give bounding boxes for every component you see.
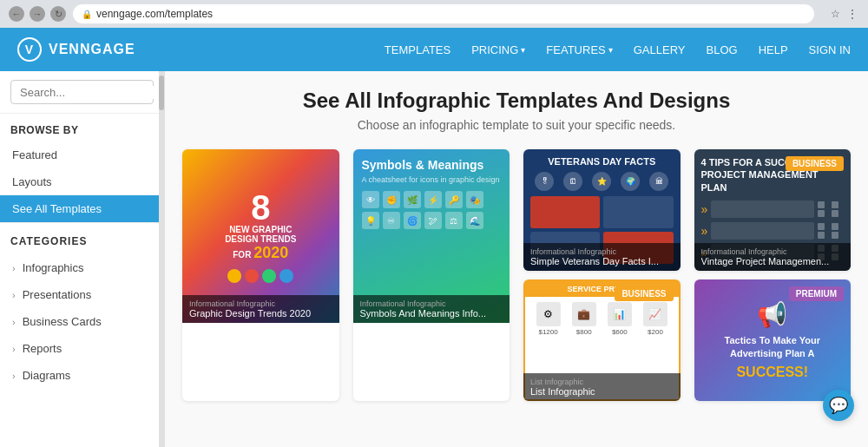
chevron-right-icon: › [12, 371, 16, 381]
template-card[interactable]: PREMIUM 📢 Tactics To Make YourAdvertisin… [694, 279, 852, 401]
template-thumbnail: BUSINESS 4 TIPS FOR A SUCCESSFUL PROJECT… [694, 149, 852, 271]
card-type: Informational Infographic [701, 247, 845, 256]
nav-pricing[interactable]: PRICING▾ [471, 43, 525, 56]
card-type: Informational Infographic [530, 247, 674, 256]
card-title: Graphic Design Trends 2020 [189, 308, 332, 319]
sidebar-item-see-all-templates[interactable]: See All Templates [0, 195, 164, 222]
url-text: venngage.com/templates [96, 8, 213, 20]
sidebar-item-diagrams[interactable]: › Diagrams [0, 362, 164, 389]
chevron-right-icon: › [12, 290, 16, 300]
card-label: Informational Infographic Graphic Design… [182, 295, 339, 323]
browser-toolbar-icons: ☆ ⋮ [828, 7, 859, 21]
star-icon[interactable]: ☆ [828, 7, 842, 21]
logo-icon: V [17, 37, 42, 62]
template-card[interactable]: VETERANS DAY FACTS 🎖🗓⭐ 🌍🏛 [523, 149, 681, 271]
logo-text: VENNGAGE [49, 42, 135, 57]
template-grid: 8 NEW GRAPHICDESIGN TRENDSFOR 2020 Infor… [182, 149, 851, 401]
sidebar-item-presentations[interactable]: › Presentations [0, 281, 164, 308]
nav-help[interactable]: HELP [759, 43, 788, 56]
card-title: Simple Veterans Day Facts I... [530, 256, 674, 266]
chevron-right-icon: › [12, 263, 16, 273]
main-layout: 🔍 BROWSE BY Featured Layouts See All Tem… [0, 71, 868, 447]
sidebar-item-infographics[interactable]: › Infographics [0, 254, 164, 281]
template-card[interactable]: 8 NEW GRAPHICDESIGN TRENDSFOR 2020 Infor… [182, 149, 339, 401]
logo-area[interactable]: V VENNGAGE [17, 37, 135, 62]
address-bar[interactable]: 🔒 venngage.com/templates [73, 4, 814, 23]
browse-by-label: BROWSE BY [0, 114, 164, 141]
nav-links: TEMPLATES PRICING▾ FEATURES▾ GALLERY BLO… [385, 43, 851, 56]
card-label: List Infographic List Infographic [523, 373, 681, 401]
premium-badge: PREMIUM [789, 286, 844, 301]
nav-blog[interactable]: BLOG [707, 43, 738, 56]
template-thumbnail: Symbols & Meanings A cheatsheet for icon… [353, 149, 510, 323]
card-type: List Infographic [530, 378, 674, 386]
sidebar-item-layouts[interactable]: Layouts [0, 168, 164, 195]
back-button[interactable]: ← [9, 6, 24, 22]
card-type: Informational Infographic [189, 299, 332, 308]
refresh-button[interactable]: ↻ [50, 6, 66, 22]
card-title: Symbols And Meanings Info... [360, 308, 503, 319]
sidebar-item-business-cards[interactable]: › Business Cards [0, 308, 164, 335]
business-badge: BUSINESS [615, 286, 673, 301]
chevron-right-icon: › [12, 344, 16, 354]
template-card[interactable]: BUSINESS SERVICE PRICING ⚙ $1200 [523, 279, 681, 401]
card-title: List Infographic [530, 386, 674, 397]
search-box: 🔍 [10, 80, 154, 104]
card-type: Informational Infographic [360, 299, 503, 308]
page-subtitle: Choose an infographic template to suit y… [182, 118, 851, 132]
card-label: Informational Infographic Vintage Projec… [694, 243, 852, 271]
menu-icon[interactable]: ⋮ [845, 7, 859, 21]
scrollbar-thumb [159, 76, 164, 110]
categories-label: CATEGORIES [0, 222, 164, 254]
nav-features[interactable]: FEATURES▾ [546, 43, 612, 56]
card-label: Informational Infographic Symbols And Me… [353, 295, 510, 323]
lock-icon: 🔒 [82, 10, 92, 19]
nav-gallery[interactable]: GALLERY [634, 43, 686, 56]
browser-navigation: ← → ↻ [9, 6, 66, 22]
template-thumbnail: BUSINESS SERVICE PRICING ⚙ $1200 [523, 279, 681, 401]
nav-signin[interactable]: SIGN IN [809, 43, 851, 56]
template-card[interactable]: Symbols & Meanings A cheatsheet for icon… [353, 149, 510, 401]
template-card[interactable]: BUSINESS 4 TIPS FOR A SUCCESSFUL PROJECT… [694, 149, 852, 271]
sidebar: 🔍 BROWSE BY Featured Layouts See All Tem… [0, 71, 165, 447]
sidebar-scrollbar [159, 71, 164, 447]
browser-chrome: ← → ↻ 🔒 venngage.com/templates ☆ ⋮ [0, 0, 868, 28]
chat-bubble[interactable]: 💬 [823, 390, 854, 421]
sidebar-item-reports[interactable]: › Reports [0, 335, 164, 362]
chevron-right-icon: › [12, 317, 16, 327]
template-thumbnail: PREMIUM 📢 Tactics To Make YourAdvertisin… [694, 279, 852, 401]
main-content: See All Infographic Templates And Design… [165, 71, 868, 447]
forward-button[interactable]: → [30, 6, 45, 22]
card-column-3: VETERANS DAY FACTS 🎖🗓⭐ 🌍🏛 [523, 149, 681, 401]
template-thumbnail: VETERANS DAY FACTS 🎖🗓⭐ 🌍🏛 [523, 149, 681, 271]
card-title: Vintage Project Managemen... [701, 256, 845, 266]
nav-templates[interactable]: TEMPLATES [385, 43, 450, 56]
business-badge: BUSINESS [786, 156, 844, 171]
sidebar-item-featured[interactable]: Featured [0, 141, 164, 168]
navbar: V VENNGAGE TEMPLATES PRICING▾ FEATURES▾ … [0, 28, 868, 71]
template-thumbnail: 8 NEW GRAPHICDESIGN TRENDSFOR 2020 Infor… [182, 149, 339, 323]
sidebar-search-area: 🔍 [0, 71, 164, 114]
card-label: Informational Infographic Simple Veteran… [523, 243, 681, 271]
card-column-4: BUSINESS 4 TIPS FOR A SUCCESSFUL PROJECT… [694, 149, 852, 401]
page-title: See All Infographic Templates And Design… [182, 89, 851, 113]
search-input[interactable] [20, 86, 165, 99]
